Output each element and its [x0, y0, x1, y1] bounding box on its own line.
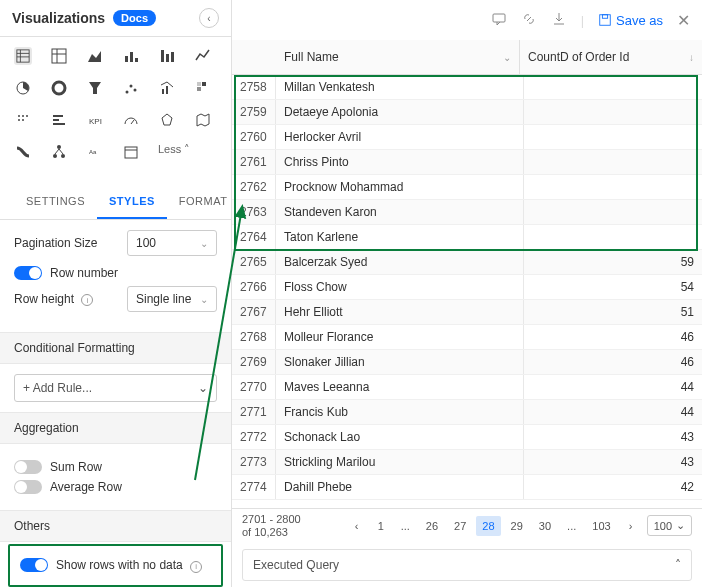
table-row[interactable]: 2772 Schonack Lao 43 [232, 425, 702, 450]
scatter-icon[interactable] [122, 79, 140, 97]
page-button[interactable]: 28 [476, 516, 500, 536]
table-row[interactable]: 2759 Detaeye Apolonia [232, 100, 702, 125]
row-number-toggle[interactable] [14, 266, 42, 280]
pivot-icon[interactable] [50, 47, 68, 65]
kpi-icon[interactable]: KPI [86, 111, 104, 129]
line-chart-icon[interactable] [194, 47, 212, 65]
table-row[interactable]: 2761 Chriss Pinto [232, 150, 702, 175]
table-row[interactable]: 2767 Hehr Elliott 51 [232, 300, 702, 325]
link-icon[interactable] [521, 11, 537, 30]
table-row[interactable]: 2758 Millan Venkatesh [232, 75, 702, 100]
page-button[interactable]: 103 [586, 516, 616, 536]
svg-text:KPI: KPI [89, 117, 102, 126]
svg-rect-20 [197, 82, 201, 86]
info-icon[interactable]: i [190, 561, 202, 573]
count-cell [524, 75, 702, 99]
gauge-icon[interactable] [122, 111, 140, 129]
save-as-button[interactable]: Save as [598, 13, 663, 28]
table-row[interactable]: 2768 Molleur Florance 46 [232, 325, 702, 350]
tree-icon[interactable] [50, 143, 68, 161]
page-button[interactable]: 29 [505, 516, 529, 536]
info-icon[interactable]: i [81, 294, 93, 306]
column-full-name[interactable]: Full Name⌄ [276, 40, 520, 74]
table-icon[interactable] [14, 47, 32, 65]
show-rows-no-data-toggle[interactable] [20, 558, 48, 572]
close-icon[interactable]: ✕ [677, 11, 690, 30]
bar-horiz-icon[interactable] [50, 111, 68, 129]
page-size-select[interactable]: 100⌄ [647, 515, 692, 536]
svg-rect-29 [53, 119, 59, 121]
page-button[interactable]: 26 [420, 516, 444, 536]
comment-icon[interactable] [491, 11, 507, 30]
table-row[interactable]: 2765 Balcerzak Syed 59 [232, 250, 702, 275]
bar-chart-icon[interactable] [122, 47, 140, 65]
svg-point-25 [26, 115, 28, 117]
row-number-header [232, 40, 276, 74]
row-number: 2765 [232, 250, 276, 274]
next-page-button[interactable]: › [621, 516, 641, 536]
full-name-cell: Balcerzak Syed [276, 250, 524, 274]
svg-line-32 [131, 120, 134, 124]
grid-icon[interactable] [14, 111, 32, 129]
tab-settings[interactable]: SETTINGS [14, 185, 97, 219]
svg-point-35 [53, 154, 57, 158]
count-cell: 44 [524, 375, 702, 399]
row-height-select[interactable]: Single line⌄ [127, 286, 217, 312]
less-toggle[interactable]: Less ˄ [158, 143, 190, 161]
svg-point-14 [53, 82, 65, 94]
table-row[interactable]: 2773 Strickling Marilou 43 [232, 450, 702, 475]
count-cell: 51 [524, 300, 702, 324]
svg-rect-18 [162, 89, 164, 94]
full-name-cell: Procknow Mohammad [276, 175, 524, 199]
combo-chart-icon[interactable] [158, 79, 176, 97]
table-row[interactable]: 2764 Taton Karlene [232, 225, 702, 250]
column-chart-icon[interactable] [158, 47, 176, 65]
row-range-info: 2701 - 2800 of 10,263 [242, 513, 301, 539]
page-button[interactable]: 1 [371, 516, 391, 536]
count-cell [524, 100, 702, 124]
count-cell [524, 150, 702, 174]
row-number: 2774 [232, 475, 276, 499]
svg-rect-9 [135, 58, 138, 62]
row-height-label: Row height i [14, 292, 93, 307]
row-number: 2762 [232, 175, 276, 199]
donut-chart-icon[interactable] [50, 79, 68, 97]
table-row[interactable]: 2769 Slonaker Jillian 46 [232, 350, 702, 375]
table-row[interactable]: 2770 Maves Leeanna 44 [232, 375, 702, 400]
radar-icon[interactable] [158, 111, 176, 129]
page-button[interactable]: 27 [448, 516, 472, 536]
sankey-icon[interactable] [14, 143, 32, 161]
download-icon[interactable] [551, 11, 567, 30]
pie-chart-icon[interactable] [14, 79, 32, 97]
page-button[interactable]: 30 [533, 516, 557, 536]
count-cell: 43 [524, 450, 702, 474]
svg-rect-30 [53, 123, 65, 125]
column-countd-order-id[interactable]: CountD of Order Id↓ [520, 40, 702, 74]
table-row[interactable]: 2763 Standeven Karon [232, 200, 702, 225]
heatmap-icon[interactable] [194, 79, 212, 97]
executed-query-panel[interactable]: Executed Query ˄ [242, 549, 692, 581]
tab-styles[interactable]: STYLES [97, 185, 167, 219]
table-row[interactable]: 2760 Herlocker Avril [232, 125, 702, 150]
funnel-icon[interactable] [86, 79, 104, 97]
table-row[interactable]: 2762 Procknow Mohammad [232, 175, 702, 200]
average-row-toggle[interactable] [14, 480, 42, 494]
pagination-size-select[interactable]: 100⌄ [127, 230, 217, 256]
tab-format[interactable]: FORMAT [167, 185, 232, 219]
table-row[interactable]: 2774 Dahill Phebe 42 [232, 475, 702, 500]
prev-page-button[interactable]: ‹ [347, 516, 367, 536]
calendar-icon[interactable] [122, 143, 140, 161]
map-icon[interactable] [194, 111, 212, 129]
wordcloud-icon[interactable]: Aa [86, 143, 104, 161]
count-cell [524, 225, 702, 249]
area-chart-icon[interactable] [86, 47, 104, 65]
add-rule-button[interactable]: + Add Rule...⌄ [14, 374, 217, 402]
sum-row-toggle[interactable] [14, 460, 42, 474]
collapse-sidebar-button[interactable]: ‹ [199, 8, 219, 28]
row-number: 2763 [232, 200, 276, 224]
table-row[interactable]: 2771 Francis Kub 44 [232, 400, 702, 425]
docs-badge[interactable]: Docs [113, 10, 156, 26]
full-name-cell: Taton Karlene [276, 225, 524, 249]
svg-rect-21 [202, 82, 206, 86]
table-row[interactable]: 2766 Floss Chow 54 [232, 275, 702, 300]
